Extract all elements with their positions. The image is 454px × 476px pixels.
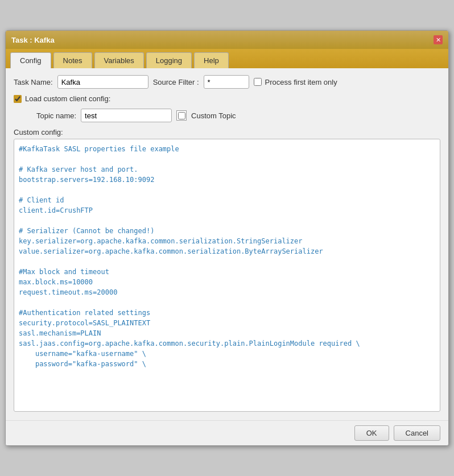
tab-logging[interactable]: Logging — [146, 52, 192, 68]
source-filter-input[interactable] — [204, 75, 249, 89]
cancel-button[interactable]: Cancel — [394, 425, 440, 441]
close-button[interactable]: ✕ — [434, 35, 443, 44]
tab-notes[interactable]: Notes — [53, 52, 92, 68]
tab-variables[interactable]: Variables — [94, 52, 144, 68]
load-custom-config-row: Load custom client config: — [14, 94, 440, 103]
title-bar: Task : Kafka ✕ — [6, 31, 448, 49]
custom-config-label: Custom config: — [14, 128, 440, 136]
ok-button[interactable]: OK — [354, 425, 389, 441]
topic-name-label: Topic name: — [36, 111, 76, 120]
source-filter-label: Source Filter : — [153, 78, 199, 86]
topic-name-input[interactable] — [81, 109, 172, 122]
process-first-row: Process first item only — [254, 78, 337, 86]
footer: OK Cancel — [6, 420, 448, 445]
process-first-checkbox[interactable] — [254, 78, 262, 86]
task-name-label: Task Name: — [14, 78, 53, 86]
dialog-title: Task : Kafka — [11, 36, 55, 44]
task-name-row: Task Name: Source Filter : Process first… — [14, 75, 440, 89]
tab-help[interactable]: Help — [194, 52, 229, 68]
tab-config[interactable]: Config — [10, 52, 51, 68]
config-textarea[interactable] — [14, 139, 440, 412]
custom-topic-checkbox[interactable] — [178, 112, 185, 119]
content-area: Task Name: Source Filter : Process first… — [6, 68, 448, 420]
topic-name-row: Topic name: Custom Topic — [36, 109, 440, 122]
process-first-label: Process first item only — [265, 78, 337, 86]
custom-topic-label: Custom Topic — [191, 111, 236, 120]
tab-bar: Config Notes Variables Logging Help — [6, 49, 448, 68]
load-custom-config-checkbox[interactable] — [14, 95, 22, 103]
custom-topic-checkbox-container[interactable] — [176, 110, 187, 121]
dialog-window: Task : Kafka ✕ Config Notes Variables Lo… — [5, 30, 449, 446]
load-custom-config-label: Load custom client config: — [25, 94, 110, 103]
task-name-input[interactable] — [57, 75, 148, 89]
